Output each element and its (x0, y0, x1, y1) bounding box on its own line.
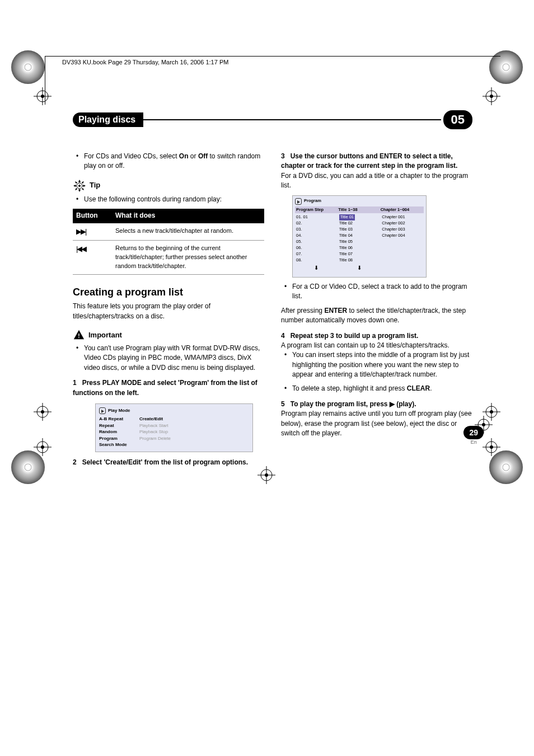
chapter-rule (143, 119, 441, 120)
body-text: You can't use Program play with VR forma… (79, 344, 264, 373)
tip-label: Tip (90, 180, 100, 191)
step-heading: 3Use the cursor buttons and ENTER to sel… (281, 152, 472, 171)
gear-icon (73, 179, 86, 192)
play-mode-icon (295, 198, 302, 205)
body-text: For a CD or Video CD, select a track to … (288, 282, 472, 302)
next-track-icon: ▶▶| (76, 227, 86, 236)
right-column: 3Use the cursor buttons and ENTER to sel… (281, 152, 472, 467)
left-column: For CDs and Video CDs, select On or Off … (73, 152, 264, 467)
body-text: To delete a step, highlight it and press… (288, 384, 472, 393)
page-number-badge: 29 En (463, 426, 484, 445)
body-text: After pressing ENTER to select the title… (281, 306, 472, 326)
body-text: This feature lets you program the play o… (73, 302, 264, 321)
step-heading: 4Repeat step 3 to build up a program lis… (281, 331, 472, 341)
prev-track-icon: |◀◀ (76, 245, 86, 253)
play-mode-icon (99, 407, 106, 414)
osd-play-mode: Play Mode A-B RepeatCreate/Edit RepeatPl… (95, 403, 253, 452)
important-label: Important (88, 330, 122, 341)
warning-icon: ! (73, 329, 85, 341)
svg-text:!: ! (78, 333, 79, 339)
section-heading: Creating a program list (73, 285, 264, 299)
chapter-title: Playing discs (73, 112, 143, 127)
svg-point-33 (78, 185, 81, 187)
step-heading: 1Press PLAY MODE and select 'Program' fr… (73, 378, 264, 398)
table-header: ButtonWhat it does (73, 209, 264, 223)
body-text: For a DVD disc, you can add a title or a… (281, 171, 472, 191)
step-heading: 5To play the program list, press ▶ (play… (281, 400, 472, 409)
table-row: ▶▶| Selects a new track/title/chapter at… (73, 223, 264, 241)
body-text: A program list can contain up to 24 titl… (281, 341, 472, 350)
step-heading: 2Select 'Create/Edit' from the list of p… (73, 458, 264, 467)
body-text: Program play remains active until you tu… (281, 409, 472, 438)
osd-program: Program Program StepTitle 1~38Chapter 1~… (292, 195, 427, 278)
body-text: For CDs and Video CDs, select On or Off … (79, 152, 264, 171)
table-row: |◀◀ Returns to the beginning of the curr… (73, 241, 264, 275)
body-text: Use the following controls during random… (79, 195, 264, 204)
file-header: DV393 KU.book Page 29 Thursday, March 16… (62, 59, 500, 65)
body-text: You can insert steps into the middle of … (288, 350, 472, 379)
chapter-number: 05 (443, 110, 472, 129)
